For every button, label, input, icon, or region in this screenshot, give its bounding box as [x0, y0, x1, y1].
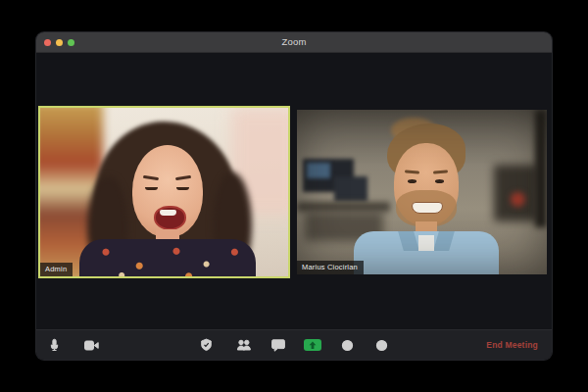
video-camera-icon — [84, 340, 99, 351]
shield-icon — [200, 338, 213, 352]
meeting-toolbar: End Meeting — [36, 329, 552, 360]
desktop-background: Zoom Admin — [0, 0, 588, 392]
share-screen-icon — [304, 339, 321, 351]
participant-name-label: Admin — [40, 263, 73, 277]
admin-video-feed — [40, 108, 288, 276]
end-meeting-button[interactable]: End Meeting — [480, 330, 544, 360]
person-eye — [176, 187, 189, 190]
video-tile-admin[interactable]: Admin — [38, 106, 290, 278]
security-button[interactable] — [197, 330, 215, 360]
window-titlebar[interactable]: Zoom — [36, 32, 552, 53]
participant-name-label: Marius Ciocirlan — [297, 261, 364, 275]
person-mouth — [154, 206, 186, 230]
mute-button[interactable] — [45, 330, 63, 360]
record-icon — [341, 339, 354, 352]
stop-video-button[interactable] — [81, 330, 101, 360]
marius-video-feed — [297, 110, 547, 274]
chat-bubble-icon — [271, 339, 285, 352]
window-title: Zoom — [36, 32, 552, 52]
person-blouse — [79, 239, 256, 278]
share-screen-button[interactable] — [303, 330, 322, 360]
reactions-button[interactable] — [372, 330, 390, 360]
participants-button[interactable] — [234, 330, 254, 360]
vignette — [297, 110, 547, 274]
video-tile-marius[interactable]: Marius Ciocirlan — [297, 110, 547, 274]
reactions-icon — [375, 339, 388, 352]
person-eye — [145, 187, 158, 190]
microphone-icon — [48, 338, 61, 352]
participants-icon — [236, 339, 252, 351]
zoom-meeting-window: Zoom Admin — [36, 32, 552, 360]
chat-button[interactable] — [270, 330, 287, 360]
record-button[interactable] — [338, 330, 356, 360]
